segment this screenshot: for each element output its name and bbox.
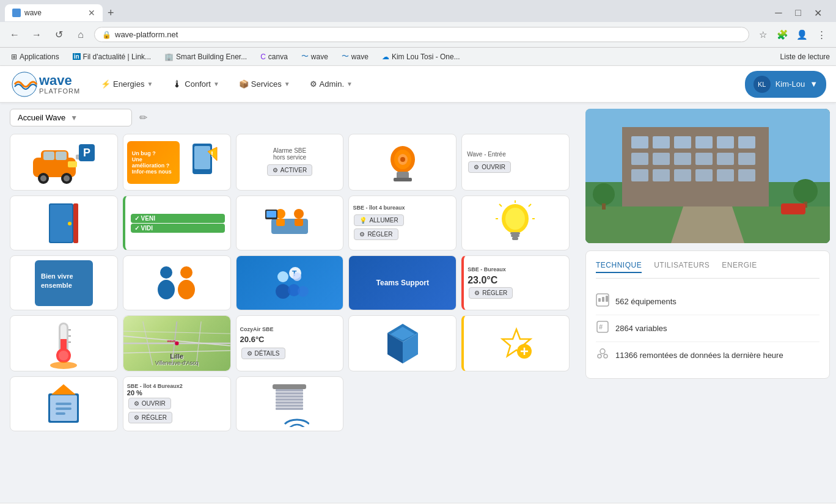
- badge-vidi: ✓ VIDI: [131, 224, 225, 233]
- widget-teams-support[interactable]: Teams Support: [348, 255, 457, 310]
- svg-point-67: [50, 362, 77, 369]
- left-panel: Accueil Wave ▼ ✏: [0, 103, 579, 503]
- temp-adj-label: RÉGLER: [482, 290, 507, 296]
- stats-tab-utilisateurs[interactable]: UTILISATEURS: [654, 261, 710, 273]
- back-button[interactable]: ←: [6, 26, 23, 43]
- minimize-button[interactable]: ─: [770, 4, 787, 21]
- svg-point-31: [294, 209, 304, 219]
- maximize-button[interactable]: □: [790, 4, 807, 21]
- meeting2-svg: [151, 260, 203, 306]
- dashboard-edit-button[interactable]: ✏: [137, 109, 150, 126]
- browser-toolbar: ← → ↺ ⌂ 🔒 wave-platform.net ☆ 🧩 👤 ⋮: [0, 22, 836, 48]
- widget-teams-t[interactable]: T: [236, 255, 344, 310]
- svg-point-134: [600, 349, 605, 354]
- speaker-svg: [381, 141, 424, 184]
- reading-list-button[interactable]: Liste de lecture: [780, 53, 830, 61]
- user-chevron: ▼: [810, 79, 818, 89]
- svg-rect-30: [276, 219, 285, 226]
- user-menu-button[interactable]: KL Kim-Lou ▼: [745, 71, 826, 98]
- widget-veni-vidi: ✓ VENI ✓ VIDI: [123, 195, 231, 250]
- new-tab-button[interactable]: +: [103, 7, 119, 20]
- svg-rect-22: [394, 178, 412, 181]
- alarm-activate-button[interactable]: ⚙ ACTIVER: [267, 164, 312, 176]
- bookmark-wave2[interactable]: 〜 wave: [337, 50, 373, 63]
- stats-tab-energie[interactable]: ENERGIE: [722, 261, 757, 273]
- svg-rect-114: [738, 153, 755, 165]
- nav-admin-label: Admin.: [320, 79, 344, 89]
- light-title: SBE - îlot 4 bureaux: [353, 205, 452, 211]
- nav-confort[interactable]: 🌡 Confort ▼: [164, 74, 228, 95]
- logo-svg: [10, 70, 39, 99]
- nav-energies[interactable]: ⚡ Energies ▼: [92, 75, 161, 93]
- svg-rect-107: [717, 136, 734, 148]
- temp-adjust-button[interactable]: ⚙ RÉGLER: [469, 287, 513, 299]
- home-button[interactable]: ⌂: [72, 26, 89, 43]
- widget-temp-control: SBE - Bureaux 23.0°C ⚙ RÉGLER: [461, 255, 570, 310]
- extensions-button[interactable]: 🧩: [774, 26, 791, 43]
- browser-tab-wave[interactable]: wave ✕: [5, 4, 103, 21]
- close-tab-button[interactable]: ✕: [88, 8, 95, 18]
- wave2-icon: 〜: [342, 51, 349, 62]
- address-bar[interactable]: 🔒 wave-platform.net: [94, 27, 749, 42]
- bookmark-linkedin[interactable]: in Fil d'actualité | Link...: [68, 51, 156, 62]
- more-button[interactable]: ⋮: [813, 26, 830, 43]
- svg-point-125: [793, 179, 818, 203]
- variable-count: 2864 variables: [615, 324, 667, 333]
- map-city: Lille: [155, 352, 199, 360]
- nav-services[interactable]: 📦 Services ▼: [230, 75, 299, 93]
- light-on-button[interactable]: 💡 ALLUMER: [354, 214, 403, 226]
- widget-notification: Un bug ?Une amélioration ?Infor-mes nous…: [123, 134, 231, 191]
- svg-rect-109: [631, 153, 648, 165]
- logo-platform: Platform: [39, 87, 80, 95]
- confort-chevron: ▼: [213, 81, 219, 87]
- teams-support-label: Teams Support: [376, 279, 429, 287]
- bookmark-wave1[interactable]: 〜 wave: [296, 50, 333, 63]
- data-svg: [596, 347, 609, 360]
- stats-tab-technique[interactable]: TECHNIQUE: [596, 261, 642, 273]
- svg-rect-115: [631, 169, 648, 181]
- svg-rect-119: [717, 169, 734, 181]
- dashboard-dropdown[interactable]: Accueil Wave ▼: [10, 109, 132, 126]
- forward-button[interactable]: →: [28, 26, 45, 43]
- entrance-open-button[interactable]: ⚙ OUVRIR: [468, 161, 511, 173]
- book-svg: [42, 381, 85, 427]
- widget-grid: P Un bug ?Une amélioration ?Infor-mes no…: [10, 134, 570, 431]
- svg-point-123: [593, 183, 615, 205]
- energies-icon: ⚡: [101, 79, 111, 89]
- lock-icon: 🔒: [102, 31, 111, 39]
- confort-icon: 🌡: [172, 79, 182, 90]
- bookmark-canva[interactable]: C canva: [255, 51, 293, 62]
- light-adjust-button[interactable]: ⚙ RÉGLER: [354, 228, 398, 240]
- widget-entrance: Wave - Entrée ⚙ OUVRIR: [461, 134, 570, 191]
- reload-button[interactable]: ↺: [50, 26, 67, 43]
- widget-map[interactable]: wave Lille Villeneuve-d'Ascq: [123, 315, 231, 371]
- nav-admin[interactable]: ⚙ Admin. ▼: [301, 75, 361, 93]
- svg-rect-103: [631, 136, 648, 148]
- profile-button[interactable]: 👤: [793, 26, 810, 43]
- widget-book: [10, 376, 118, 431]
- browser-window: wave ✕ + ─ □ ✕ ← → ↺ ⌂ 🔒 wave-platform.n…: [0, 0, 836, 504]
- bookmark-applications[interactable]: ⊞ Applications: [6, 51, 64, 62]
- canva-icon: C: [260, 53, 266, 61]
- star-button[interactable]: ☆: [754, 26, 771, 43]
- widget-favorite[interactable]: [461, 315, 570, 371]
- parking-image: P: [10, 134, 117, 190]
- stat-variables: # 2864 variables: [596, 315, 820, 342]
- widget-lightbulb: [461, 195, 570, 250]
- svg-rect-117: [674, 169, 691, 181]
- blinds-adjust-button[interactable]: ⚙ RÉGLER: [128, 412, 172, 423]
- cozyair-details-button[interactable]: ⚙ DÉTAILS: [241, 348, 285, 359]
- light-adj-icon: ⚙: [359, 231, 365, 238]
- door-svg: [44, 200, 84, 246]
- bookmark-sbe[interactable]: 🏢 Smart Building Ener...: [160, 51, 252, 62]
- svg-point-36: [505, 208, 525, 230]
- blinds-open-button[interactable]: ⚙ OUVRIR: [128, 398, 171, 409]
- linkedin-icon: in: [73, 53, 81, 60]
- close-window-button[interactable]: ✕: [809, 4, 826, 21]
- toolbar-actions: ☆ 🧩 👤 ⋮: [754, 26, 830, 43]
- bookmarks-bar: ⊞ Applications in Fil d'actualité | Link…: [0, 48, 836, 66]
- equipment-svg: [596, 293, 609, 307]
- svg-rect-120: [738, 169, 755, 181]
- wave1-icon: 〜: [301, 51, 309, 62]
- bookmark-kimlou[interactable]: ☁ Kim Lou Tosi - One...: [377, 51, 465, 62]
